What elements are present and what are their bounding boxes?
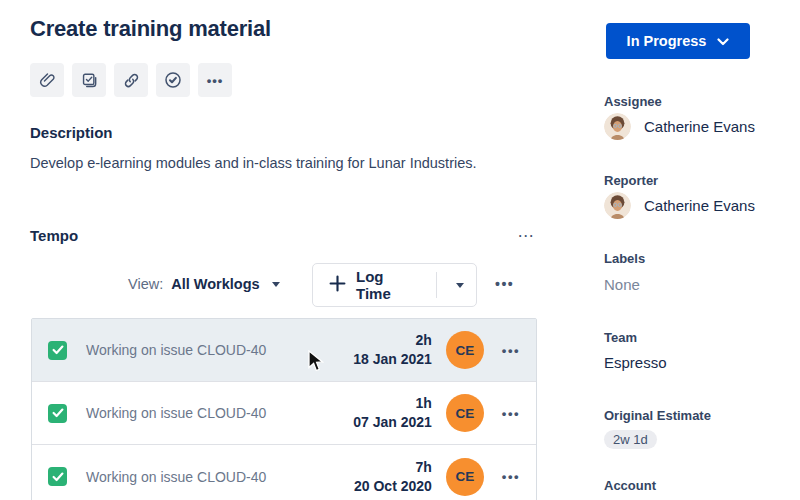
worklog-description: Working on issue CLOUD-40 (86, 342, 266, 358)
user-avatar-icon (604, 113, 631, 140)
attachment-button[interactable] (30, 63, 64, 97)
button-divider (436, 272, 437, 298)
more-actions-button[interactable]: ••• (198, 63, 232, 97)
approval-button[interactable] (156, 63, 190, 97)
labels-value[interactable]: None (604, 276, 640, 293)
chevron-down-icon (717, 33, 729, 49)
tempo-title: Tempo (30, 227, 78, 244)
ellipsis-icon: ••• (207, 73, 224, 88)
team-label: Team (604, 330, 637, 345)
reporter-value[interactable]: Catherine Evans (604, 192, 755, 219)
worklog-more-button[interactable]: ••• (502, 470, 520, 483)
worklog-hours: 2h (353, 331, 432, 350)
link-button[interactable] (114, 63, 148, 97)
toolbar-more-button[interactable]: ••• (495, 277, 514, 291)
labels-label: Labels (604, 251, 645, 266)
log-time-button[interactable]: Log Time (312, 263, 477, 307)
assignee-label: Assignee (604, 94, 662, 109)
user-avatar-icon (604, 192, 631, 219)
worklog-time-date: 7h 20 Oct 2020 (354, 458, 432, 496)
tempo-more-button[interactable]: ··· (519, 230, 536, 242)
worklog-time-date: 1h 07 Jan 2021 (353, 394, 432, 432)
team-value[interactable]: Espresso (604, 354, 667, 371)
description-heading: Description (30, 124, 113, 141)
worklog-row[interactable]: Working on issue CLOUD-40 1h 07 Jan 2021… (32, 382, 536, 445)
original-estimate-badge: 2w 1d (604, 430, 657, 449)
worklog-row[interactable]: Working on issue CLOUD-40 7h 20 Oct 2020… (32, 445, 536, 500)
account-label: Account (604, 478, 656, 493)
worklog-description: Working on issue CLOUD-40 (86, 405, 266, 421)
worklog-hours: 7h (354, 458, 432, 477)
worklog-row[interactable]: Working on issue CLOUD-40 2h 18 Jan 2021… (32, 319, 536, 382)
worklog-date: 18 Jan 2021 (353, 350, 432, 369)
reporter-name: Catherine Evans (644, 197, 755, 214)
reporter-label: Reporter (604, 173, 658, 188)
description-text: Develop e-learning modules and in-class … (30, 155, 477, 171)
log-time-dropdown-caret[interactable] (456, 283, 464, 288)
assignee-value[interactable]: Catherine Evans (604, 113, 755, 140)
avatar: CE (446, 394, 484, 432)
worklog-description: Working on issue CLOUD-40 (86, 469, 266, 485)
checklist-icon (80, 71, 99, 90)
issue-action-bar: ••• (30, 63, 232, 97)
avatar: CE (446, 331, 484, 369)
worklog-list: Working on issue CLOUD-40 2h 18 Jan 2021… (31, 318, 537, 500)
plus-icon (329, 275, 346, 296)
page-title: Create training material (30, 16, 271, 42)
tempo-panel-header: Tempo ··· (30, 227, 535, 244)
view-filter-dropdown[interactable]: View: All Worklogs (128, 276, 280, 292)
worklog-checkbox-checked[interactable] (48, 467, 67, 486)
status-dropdown-button[interactable]: In Progress (606, 23, 750, 59)
worklog-checkbox-checked[interactable] (48, 404, 67, 423)
subtasks-button[interactable] (72, 63, 106, 97)
log-time-label: Log Time (356, 268, 422, 302)
avatar: CE (446, 458, 484, 496)
worklog-checkbox-checked[interactable] (48, 341, 67, 360)
check-circle-icon (163, 70, 183, 90)
worklog-time-date: 2h 18 Jan 2021 (353, 331, 432, 369)
worklog-date: 20 Oct 2020 (354, 477, 432, 496)
worklog-date: 07 Jan 2021 (353, 413, 432, 432)
worklog-more-button[interactable]: ••• (502, 407, 520, 420)
paperclip-icon (38, 71, 57, 90)
view-value: All Worklogs (171, 276, 259, 292)
assignee-name: Catherine Evans (644, 118, 755, 135)
link-icon (122, 71, 141, 90)
view-label: View: (128, 276, 163, 292)
worklog-more-button[interactable]: ••• (502, 344, 520, 357)
worklog-hours: 1h (353, 394, 432, 413)
status-label: In Progress (627, 33, 707, 49)
original-estimate-label: Original Estimate (604, 408, 711, 423)
caret-down-icon (272, 282, 280, 287)
